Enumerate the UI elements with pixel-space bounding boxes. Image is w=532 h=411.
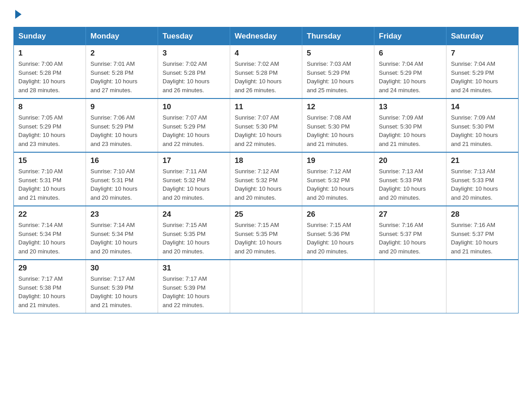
logo xyxy=(13,9,21,18)
calendar-cell xyxy=(446,260,519,313)
day-number: 10 xyxy=(163,103,225,111)
day-number: 29 xyxy=(18,264,81,273)
day-info: Sunrise: 7:10 AMSunset: 5:31 PMDaylight:… xyxy=(18,167,81,202)
day-info: Sunrise: 7:02 AMSunset: 5:28 PMDaylight:… xyxy=(235,60,297,94)
calendar-cell: 18Sunrise: 7:12 AMSunset: 5:32 PMDayligh… xyxy=(230,152,302,206)
day-info: Sunrise: 7:08 AMSunset: 5:30 PMDaylight:… xyxy=(307,113,369,148)
calendar-week-row: 1Sunrise: 7:00 AMSunset: 5:28 PMDaylight… xyxy=(14,45,519,98)
calendar-cell: 11Sunrise: 7:07 AMSunset: 5:30 PMDayligh… xyxy=(230,98,302,152)
day-info: Sunrise: 7:11 AMSunset: 5:32 PMDaylight:… xyxy=(163,167,225,202)
day-info: Sunrise: 7:14 AMSunset: 5:34 PMDaylight:… xyxy=(18,221,81,256)
day-number: 12 xyxy=(307,103,369,111)
day-info: Sunrise: 7:15 AMSunset: 5:35 PMDaylight:… xyxy=(235,221,297,256)
calendar-cell: 14Sunrise: 7:09 AMSunset: 5:30 PMDayligh… xyxy=(446,98,519,152)
day-number: 24 xyxy=(163,210,225,219)
day-info: Sunrise: 7:16 AMSunset: 5:37 PMDaylight:… xyxy=(451,221,514,256)
calendar-cell: 22Sunrise: 7:14 AMSunset: 5:34 PMDayligh… xyxy=(14,206,86,260)
logo-arrow-icon xyxy=(15,10,21,19)
calendar-cell: 12Sunrise: 7:08 AMSunset: 5:30 PMDayligh… xyxy=(302,98,374,152)
calendar-cell: 10Sunrise: 7:07 AMSunset: 5:29 PMDayligh… xyxy=(158,98,230,152)
day-number: 8 xyxy=(18,103,81,111)
day-info: Sunrise: 7:02 AMSunset: 5:28 PMDaylight:… xyxy=(163,60,225,94)
calendar-week-row: 8Sunrise: 7:05 AMSunset: 5:29 PMDaylight… xyxy=(14,98,519,152)
day-number: 5 xyxy=(307,49,369,58)
header-monday: Monday xyxy=(86,27,158,46)
day-info: Sunrise: 7:17 AMSunset: 5:39 PMDaylight:… xyxy=(90,274,153,309)
calendar-cell: 29Sunrise: 7:17 AMSunset: 5:38 PMDayligh… xyxy=(14,260,86,313)
day-number: 11 xyxy=(235,103,297,111)
day-info: Sunrise: 7:00 AMSunset: 5:28 PMDaylight:… xyxy=(18,60,81,94)
header-friday: Friday xyxy=(374,27,446,46)
day-info: Sunrise: 7:12 AMSunset: 5:32 PMDaylight:… xyxy=(307,167,369,202)
header-wednesday: Wednesday xyxy=(230,27,302,46)
day-info: Sunrise: 7:17 AMSunset: 5:38 PMDaylight:… xyxy=(18,274,81,309)
calendar-cell: 17Sunrise: 7:11 AMSunset: 5:32 PMDayligh… xyxy=(158,152,230,206)
day-number: 31 xyxy=(163,264,225,273)
calendar-cell: 26Sunrise: 7:15 AMSunset: 5:36 PMDayligh… xyxy=(302,206,374,260)
day-info: Sunrise: 7:07 AMSunset: 5:30 PMDaylight:… xyxy=(235,113,297,148)
day-number: 17 xyxy=(163,156,225,165)
day-info: Sunrise: 7:07 AMSunset: 5:29 PMDaylight:… xyxy=(163,113,225,148)
calendar-cell: 27Sunrise: 7:16 AMSunset: 5:37 PMDayligh… xyxy=(374,206,446,260)
header-thursday: Thursday xyxy=(302,27,374,46)
header-tuesday: Tuesday xyxy=(158,27,230,46)
day-number: 22 xyxy=(18,210,81,219)
day-info: Sunrise: 7:17 AMSunset: 5:39 PMDaylight:… xyxy=(163,274,225,309)
day-number: 13 xyxy=(379,103,442,111)
calendar-cell: 1Sunrise: 7:00 AMSunset: 5:28 PMDaylight… xyxy=(14,45,86,98)
calendar-cell: 5Sunrise: 7:03 AMSunset: 5:29 PMDaylight… xyxy=(302,45,374,98)
calendar-week-row: 15Sunrise: 7:10 AMSunset: 5:31 PMDayligh… xyxy=(14,152,519,206)
day-number: 9 xyxy=(90,103,153,111)
calendar-cell xyxy=(374,260,446,313)
calendar-cell xyxy=(302,260,374,313)
day-number: 26 xyxy=(307,210,369,219)
day-number: 15 xyxy=(18,156,81,165)
calendar-cell: 19Sunrise: 7:12 AMSunset: 5:32 PMDayligh… xyxy=(302,152,374,206)
day-info: Sunrise: 7:09 AMSunset: 5:30 PMDaylight:… xyxy=(379,113,442,148)
calendar-header-row: SundayMondayTuesdayWednesdayThursdayFrid… xyxy=(14,27,519,46)
calendar-cell: 30Sunrise: 7:17 AMSunset: 5:39 PMDayligh… xyxy=(86,260,158,313)
day-number: 3 xyxy=(163,49,225,58)
day-info: Sunrise: 7:06 AMSunset: 5:29 PMDaylight:… xyxy=(90,113,153,148)
calendar-cell: 8Sunrise: 7:05 AMSunset: 5:29 PMDaylight… xyxy=(14,98,86,152)
calendar-cell: 13Sunrise: 7:09 AMSunset: 5:30 PMDayligh… xyxy=(374,98,446,152)
calendar-cell: 23Sunrise: 7:14 AMSunset: 5:34 PMDayligh… xyxy=(86,206,158,260)
day-info: Sunrise: 7:15 AMSunset: 5:36 PMDaylight:… xyxy=(307,221,369,256)
day-number: 6 xyxy=(379,49,442,58)
day-number: 16 xyxy=(90,156,153,165)
calendar-cell: 21Sunrise: 7:13 AMSunset: 5:33 PMDayligh… xyxy=(446,152,519,206)
header-saturday: Saturday xyxy=(446,27,519,46)
calendar-week-row: 22Sunrise: 7:14 AMSunset: 5:34 PMDayligh… xyxy=(14,206,519,260)
calendar-cell: 3Sunrise: 7:02 AMSunset: 5:28 PMDaylight… xyxy=(158,45,230,98)
calendar-cell: 20Sunrise: 7:13 AMSunset: 5:33 PMDayligh… xyxy=(374,152,446,206)
calendar-cell: 6Sunrise: 7:04 AMSunset: 5:29 PMDaylight… xyxy=(374,45,446,98)
calendar-week-row: 29Sunrise: 7:17 AMSunset: 5:38 PMDayligh… xyxy=(14,260,519,313)
day-number: 28 xyxy=(451,210,514,219)
day-info: Sunrise: 7:09 AMSunset: 5:30 PMDaylight:… xyxy=(451,113,514,148)
day-number: 27 xyxy=(379,210,442,219)
calendar-cell: 31Sunrise: 7:17 AMSunset: 5:39 PMDayligh… xyxy=(158,260,230,313)
day-number: 18 xyxy=(235,156,297,165)
day-info: Sunrise: 7:16 AMSunset: 5:37 PMDaylight:… xyxy=(379,221,442,256)
calendar-table: SundayMondayTuesdayWednesdayThursdayFrid… xyxy=(13,27,519,313)
day-number: 14 xyxy=(451,103,514,111)
day-info: Sunrise: 7:13 AMSunset: 5:33 PMDaylight:… xyxy=(451,167,514,202)
day-number: 19 xyxy=(307,156,369,165)
day-number: 2 xyxy=(90,49,153,58)
header-sunday: Sunday xyxy=(14,27,86,46)
day-number: 30 xyxy=(90,264,153,273)
calendar-cell: 16Sunrise: 7:10 AMSunset: 5:31 PMDayligh… xyxy=(86,152,158,206)
day-number: 23 xyxy=(90,210,153,219)
calendar-cell: 24Sunrise: 7:15 AMSunset: 5:35 PMDayligh… xyxy=(158,206,230,260)
day-info: Sunrise: 7:12 AMSunset: 5:32 PMDaylight:… xyxy=(235,167,297,202)
day-number: 7 xyxy=(451,49,514,58)
day-info: Sunrise: 7:15 AMSunset: 5:35 PMDaylight:… xyxy=(163,221,225,256)
calendar-cell xyxy=(230,260,302,313)
day-number: 1 xyxy=(18,49,81,58)
day-number: 21 xyxy=(451,156,514,165)
calendar-cell: 15Sunrise: 7:10 AMSunset: 5:31 PMDayligh… xyxy=(14,152,86,206)
calendar-cell: 7Sunrise: 7:04 AMSunset: 5:29 PMDaylight… xyxy=(446,45,519,98)
day-info: Sunrise: 7:04 AMSunset: 5:29 PMDaylight:… xyxy=(379,60,442,94)
day-info: Sunrise: 7:04 AMSunset: 5:29 PMDaylight:… xyxy=(451,60,514,94)
day-info: Sunrise: 7:13 AMSunset: 5:33 PMDaylight:… xyxy=(379,167,442,202)
